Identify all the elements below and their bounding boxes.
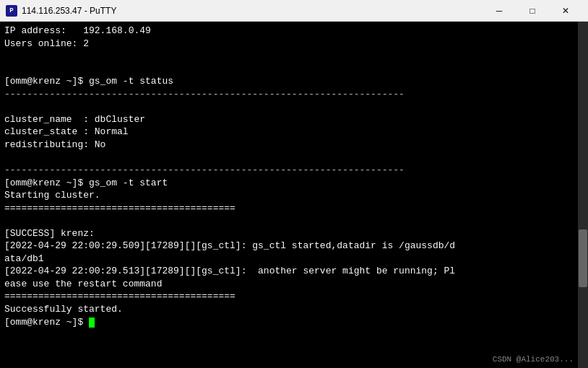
line-starting: Starting cluster. (4, 189, 584, 202)
line-cluster-name: cluster_name : dbCluster (4, 113, 584, 126)
line-3 (4, 50, 584, 63)
line-2: Users online: 2 (4, 38, 584, 51)
line-cluster-state: cluster_state : Normal (4, 126, 584, 139)
scrollbar-thumb[interactable] (579, 229, 587, 287)
line-cmd-start: [omm@krenz ~]$ gs_om -t start (4, 177, 584, 190)
line-prompt: [omm@krenz ~]$ (4, 316, 584, 329)
line-equals-2: ========================================… (4, 290, 584, 303)
terminal-cursor (89, 317, 95, 328)
maximize-button[interactable]: □ (516, 0, 549, 22)
line-4 (4, 63, 584, 76)
line-equals-1: ========================================… (4, 202, 584, 215)
line-7 (4, 100, 584, 113)
line-8 (4, 151, 584, 164)
line-9: ----------------------------------------… (4, 164, 584, 177)
scrollbar[interactable] (578, 22, 588, 368)
titlebar: P 114.116.253.47 - PuTTY ─ □ ✕ (0, 0, 588, 22)
line-redistributing: redistributing: No (4, 139, 584, 152)
watermark: CSDN @Alice203... (493, 355, 574, 364)
line-gsctl-1b: ata/db1 (4, 253, 584, 266)
line-6: ----------------------------------------… (4, 88, 584, 101)
line-success: [SUCCESS] krenz: (4, 227, 584, 240)
line-1: IP address: 192.168.0.49 (4, 25, 584, 38)
line-successfully: Successfully started. (4, 303, 584, 316)
terminal-window[interactable]: IP address: 192.168.0.49 Users online: 2… (0, 22, 588, 368)
titlebar-left: P 114.116.253.47 - PuTTY (6, 5, 116, 17)
close-button[interactable]: ✕ (549, 0, 582, 22)
putty-icon: P (6, 5, 17, 17)
line-gsctl-1: [2022-04-29 22:00:29.509][17289][][gs_ct… (4, 240, 584, 253)
titlebar-title: 114.116.253.47 - PuTTY (22, 6, 116, 16)
terminal-content: IP address: 192.168.0.49 Users online: 2… (4, 25, 584, 328)
line-gsctl-2b: ease use the restart command (4, 278, 584, 291)
line-gsctl-2: [2022-04-29 22:00:29.513][17289][][gs_ct… (4, 265, 584, 278)
minimize-button[interactable]: ─ (483, 0, 516, 22)
line-5: [omm@krenz ~]$ gs_om -t status (4, 75, 584, 88)
line-10 (4, 214, 584, 227)
titlebar-controls: ─ □ ✕ (483, 0, 582, 22)
